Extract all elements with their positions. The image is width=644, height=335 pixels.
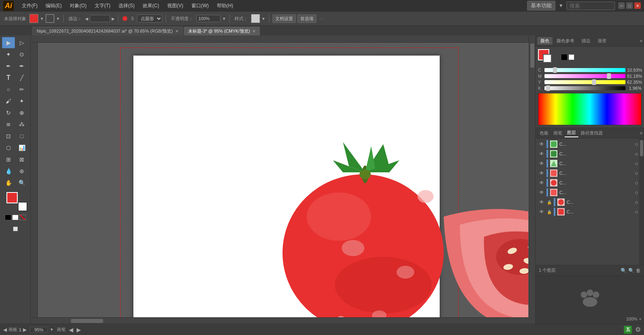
selection-tool[interactable]: ▶: [2, 37, 15, 48]
layer-lock-7[interactable]: 🔒: [546, 199, 552, 205]
layers-scroll-thumb[interactable]: [640, 140, 643, 156]
taskbar-s-btn[interactable]: 五: [624, 326, 632, 334]
change-screen-mode[interactable]: ⬜: [9, 223, 22, 234]
stroke-size-up[interactable]: ▶: [112, 17, 115, 21]
fill-arrow[interactable]: ▼: [40, 17, 44, 21]
doc-tab-1[interactable]: Nipic_10922672_20200408214242684037.ai* …: [32, 27, 183, 35]
color-reference-tab[interactable]: 颜色参考: [553, 37, 578, 45]
pen-tool[interactable]: ✒: [2, 60, 15, 72]
horizontal-scroll-thumb[interactable]: [71, 319, 103, 323]
stroke-swatch[interactable]: [46, 14, 54, 23]
gradient-tab[interactable]: 渐变: [594, 37, 610, 45]
zoom-dropdown[interactable]: ▼: [50, 327, 54, 332]
pathfinder-tab[interactable]: 路径查找器: [578, 129, 605, 137]
line-tool[interactable]: ╱: [15, 72, 28, 83]
stroke-size-down[interactable]: ◀: [85, 17, 88, 21]
hand-tool[interactable]: ✋: [2, 177, 15, 188]
foreground-color[interactable]: [6, 192, 18, 203]
white-color[interactable]: [12, 215, 19, 220]
layer-item-7[interactable]: 👁 🔒 C... ○: [536, 197, 643, 207]
layer-item-1[interactable]: 👁 C... ○: [536, 139, 643, 149]
layer-item-8[interactable]: 👁 🔒 C... ○: [536, 207, 643, 217]
zoom-tool[interactable]: 🔍: [15, 177, 28, 188]
fill-color-swatch[interactable]: [29, 14, 38, 23]
layer-item-5[interactable]: 👁 C... ○: [536, 178, 643, 188]
layer-visibility-3[interactable]: 👁: [538, 160, 545, 167]
vertical-scroll-thumb[interactable]: [530, 43, 534, 68]
menu-help[interactable]: 帮助(H): [214, 2, 237, 10]
type-tool[interactable]: T: [2, 72, 15, 83]
delete-layer-button[interactable]: 🗑: [636, 268, 641, 273]
color-spectrum[interactable]: [538, 93, 642, 125]
blob-brush-tool[interactable]: ✦: [15, 95, 28, 107]
maximize-button[interactable]: □: [626, 2, 633, 9]
zoom-input[interactable]: [30, 327, 48, 333]
layer-item-4[interactable]: 👁 C... ○: [536, 168, 643, 178]
layer-visibility-6[interactable]: 👁: [538, 189, 545, 196]
opacity-arrow[interactable]: ▼: [222, 17, 226, 21]
layer-visibility-1[interactable]: 👁: [538, 141, 545, 147]
rectangle-tool[interactable]: □: [15, 130, 28, 142]
white-swatch[interactable]: [569, 54, 574, 60]
menu-object[interactable]: 对象(O): [66, 2, 89, 10]
add-anchor-tool[interactable]: ✒: [15, 60, 28, 72]
stroke-size-input[interactable]: [90, 15, 110, 22]
black-color[interactable]: [5, 215, 11, 220]
ellipse-tool[interactable]: ○: [2, 84, 15, 95]
layer-visibility-5[interactable]: 👁: [538, 180, 545, 186]
stroke-type-select[interactable]: 点圆形: [137, 14, 162, 23]
m-slider[interactable]: [544, 74, 625, 78]
stroke-tab[interactable]: 描边: [578, 37, 594, 45]
layer-visibility-4[interactable]: 👁: [538, 170, 545, 176]
doc-settings-button[interactable]: 文档设置: [272, 14, 296, 23]
magic-wand-tool[interactable]: ✦: [2, 49, 15, 60]
info-arrow-left[interactable]: ◀: [69, 327, 73, 333]
info-arrow-right[interactable]: ▶: [77, 327, 81, 333]
layer-item-2[interactable]: 👁 C... ○: [536, 149, 643, 159]
menu-file[interactable]: 文件(F): [19, 2, 41, 10]
zoom-in-btn[interactable]: +: [639, 316, 642, 321]
layer-item-3[interactable]: 👁 C... ○: [536, 159, 643, 168]
pencil-tool[interactable]: ✏: [15, 84, 28, 95]
style-arrow[interactable]: ▼: [262, 17, 266, 21]
layer-item-6[interactable]: 👁 C... ○: [536, 188, 643, 197]
layer-visibility-8[interactable]: 👁: [538, 209, 545, 215]
canvas-scrollbar-horizontal[interactable]: [31, 317, 529, 324]
eyedropper-tool[interactable]: 💧: [2, 165, 15, 177]
slice-tool[interactable]: ⊞: [2, 154, 15, 165]
add-layer-button[interactable]: 🔍: [621, 268, 627, 273]
menu-window[interactable]: 窗口(W): [188, 2, 212, 10]
panel-menu-icon[interactable]: ≡: [640, 39, 642, 43]
k-slider[interactable]: [544, 86, 625, 90]
canvas-scrollbar-vertical[interactable]: [529, 35, 535, 317]
workspace-dropdown-icon[interactable]: ▼: [559, 3, 563, 8]
doc-tab-2[interactable]: 未标题-3* @ 95% (CMYK/预览) ✕: [184, 27, 260, 35]
rotate-tool[interactable]: ↻: [2, 107, 15, 118]
brushes-tab[interactable]: 画笔: [551, 129, 565, 137]
direct-selection-tool[interactable]: ▷: [15, 37, 28, 48]
bg-color-box[interactable]: [543, 54, 552, 63]
close-tab-2[interactable]: ✕: [252, 29, 256, 33]
preferences-button[interactable]: 首选项: [297, 14, 316, 23]
warp-tool[interactable]: ≋: [2, 119, 15, 130]
c-slider[interactable]: [544, 68, 625, 72]
lasso-tool[interactable]: ⊙: [15, 49, 28, 60]
menu-text[interactable]: 文字(T): [91, 2, 114, 10]
close-tab-1[interactable]: ✕: [175, 29, 179, 33]
color-tab[interactable]: 颜色: [537, 37, 553, 45]
shape-builder-tool[interactable]: ⬡: [2, 142, 15, 153]
close-button[interactable]: ✕: [634, 2, 641, 9]
graph-tool[interactable]: 📊: [15, 142, 28, 153]
taskbar-icons[interactable]: ⚙: [635, 326, 641, 333]
puppet-warp-tool[interactable]: ⁂: [15, 119, 28, 130]
black-swatch[interactable]: [561, 54, 567, 60]
layer-visibility-7[interactable]: 👁: [538, 199, 545, 205]
menu-effect[interactable]: 效果(C): [139, 2, 162, 10]
prev-artboard[interactable]: ◀: [3, 327, 7, 333]
workspace-button[interactable]: 基本功能: [527, 1, 555, 10]
crop-image-tool[interactable]: ⊠: [15, 154, 28, 165]
search-input[interactable]: [567, 2, 615, 10]
menu-select[interactable]: 选择(S): [115, 2, 138, 10]
canvas-area[interactable]: [31, 35, 535, 324]
swatches-tab[interactable]: 色板: [537, 129, 551, 137]
